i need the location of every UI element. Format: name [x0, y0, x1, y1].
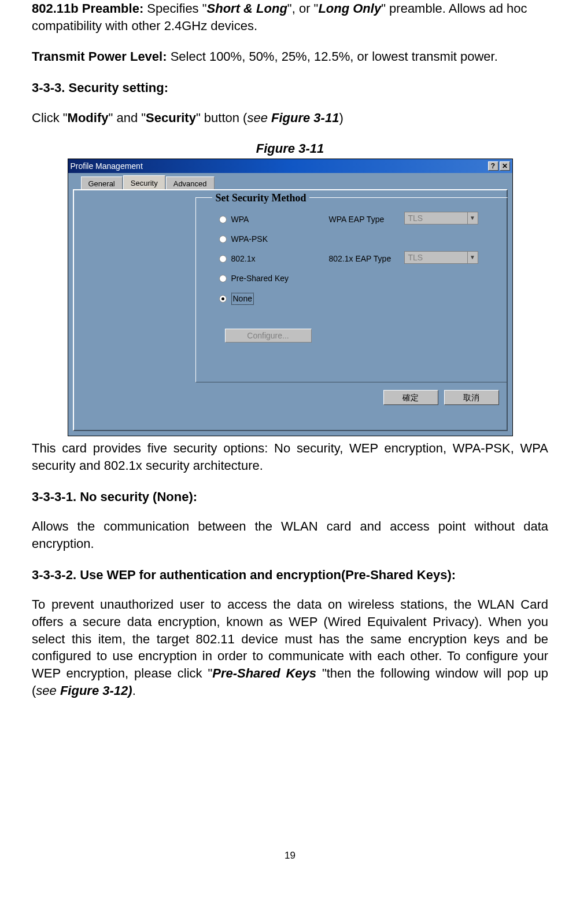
figure-caption: Figure 3-11 — [32, 140, 548, 157]
8021x-eap-type-label: 802.1x EAP Type — [329, 253, 391, 264]
chevron-down-icon: ▼ — [467, 212, 478, 224]
figure-3-11: Profile Management ? ✕ General Security … — [32, 159, 548, 436]
radio-label: WPA — [231, 214, 249, 225]
dialog-body: General Security Advanced Set Security M… — [68, 173, 512, 436]
text: . — [132, 683, 136, 698]
radio-label: None — [231, 293, 254, 305]
radio-icon — [219, 216, 227, 223]
heading-wep: 3-3-3-2. Use WEP for authentication and … — [32, 566, 548, 584]
text: Click " — [32, 111, 68, 125]
text: " and " — [108, 111, 146, 125]
heading-no-security: 3-3-3-1. No security (None): — [32, 488, 548, 506]
ok-button[interactable]: 確定 — [383, 390, 438, 405]
combo-value: TLS — [405, 213, 467, 224]
heading-security-setting: 3-3-3. Security setting: — [32, 79, 548, 97]
dialog-title: Profile Management — [71, 161, 487, 172]
close-button[interactable]: ✕ — [500, 161, 510, 171]
text: Specifies " — [147, 1, 206, 16]
8021x-eap-type-combo[interactable]: TLS ▼ — [404, 251, 478, 264]
cancel-button[interactable]: 取消 — [444, 390, 499, 405]
see-word: see — [247, 111, 271, 125]
chevron-down-icon: ▼ — [467, 252, 478, 263]
preamble-label: 802.11b Preamble: — [32, 1, 147, 16]
text: " button ( — [196, 111, 247, 125]
tab-advanced[interactable]: Advanced — [166, 176, 215, 190]
dialog-buttons: 確定 取消 — [383, 390, 499, 405]
fig-ref: Figure 3-12) — [60, 683, 132, 698]
security-word: Security — [146, 111, 196, 125]
option-long-only: Long Only — [318, 1, 381, 16]
radio-dot-icon — [221, 297, 224, 300]
wpa-eap-type-label: WPA EAP Type — [329, 214, 385, 225]
radio-label: 802.1x — [231, 253, 256, 264]
group-title: Set Security Method — [212, 191, 310, 205]
profile-management-dialog: Profile Management ? ✕ General Security … — [68, 159, 513, 436]
titlebar: Profile Management ? ✕ — [68, 159, 512, 173]
radio-8021x[interactable]: 802.1x — [219, 253, 256, 264]
see-word: see — [36, 683, 60, 698]
radio-wpa[interactable]: WPA — [219, 214, 249, 225]
radio-pre-shared-key[interactable]: Pre-Shared Key — [219, 273, 289, 284]
radio-icon — [219, 275, 227, 282]
page-number: 19 — [32, 849, 548, 863]
tab-panel: Set Security Method WPA WPA EAP Type TLS… — [73, 189, 508, 431]
tabs: General Security Advanced — [81, 176, 508, 189]
no-security-paragraph: Allows the communication between the WLA… — [32, 518, 548, 552]
transmit-power-paragraph: Transmit Power Level: Select 100%, 50%, … — [32, 48, 548, 65]
click-instruction: Click "Modify" and "Security" button (se… — [32, 109, 548, 127]
radio-label: WPA-PSK — [231, 234, 268, 245]
wpa-eap-type-combo[interactable]: TLS ▼ — [404, 212, 478, 224]
pre-shared-keys-word: Pre-Shared Keys — [212, 666, 322, 680]
wep-paragraph: To prevent unauthorized user to access t… — [32, 596, 548, 699]
option-short-long: Short & Long — [207, 1, 287, 16]
radio-icon — [219, 295, 227, 303]
preamble-paragraph: 802.11b Preamble: Specifies "Short & Lon… — [32, 0, 548, 34]
transmit-power-label: Transmit Power Level: — [32, 49, 171, 64]
text: Select 100%, 50%, 25%, 12.5%, or lowest … — [171, 49, 498, 64]
radio-label: Pre-Shared Key — [231, 273, 289, 284]
tab-security[interactable]: Security — [123, 175, 165, 190]
radio-wpa-psk[interactable]: WPA-PSK — [219, 234, 268, 245]
radio-icon — [219, 235, 227, 243]
combo-value: TLS — [405, 252, 467, 263]
modify-word: Modify — [68, 111, 109, 125]
help-button[interactable]: ? — [488, 161, 498, 171]
radio-none[interactable]: None — [219, 293, 254, 305]
set-security-method-group: Set Security Method WPA WPA EAP Type TLS… — [195, 197, 508, 382]
text: ", or " — [287, 1, 319, 16]
text: ) — [339, 111, 343, 125]
radio-icon — [219, 255, 227, 263]
fig-ref: Figure 3-11 — [271, 111, 339, 125]
security-options-paragraph: This card provides five security options… — [32, 440, 548, 474]
configure-button[interactable]: Configure... — [225, 329, 312, 343]
tab-general[interactable]: General — [81, 176, 123, 190]
